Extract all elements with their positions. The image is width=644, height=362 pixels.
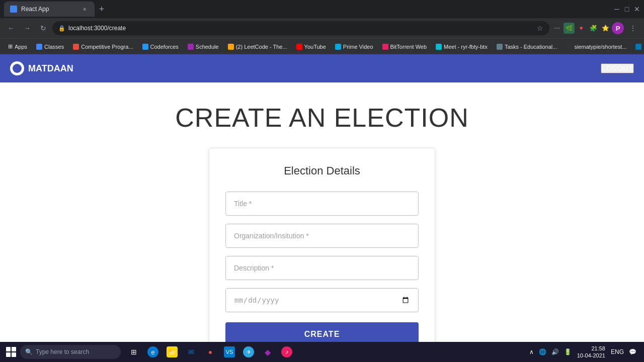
explorer-app[interactable]: 📁 [163,343,181,361]
brand-name: MATDAAN [28,63,73,74]
window-controls: ─ □ ✕ [614,6,640,12]
more-options-button[interactable]: ⋮ [626,21,640,35]
close-button[interactable]: ✕ [634,6,640,12]
app5-icon: ● [205,346,216,357]
bookmark-label: YouTube [304,44,326,50]
extensions-button[interactable]: ⋯ [551,23,562,34]
organization-input[interactable] [225,224,419,248]
organization-field-group [225,224,419,248]
bookmarks-bar: ⊞ Apps Classes Competitive Progra... Cod… [0,38,644,54]
url-text: localhost:3000/create [68,25,126,32]
bookmark-label: (2) LeetCode - The... [236,44,287,50]
search-icon: 🔍 [25,348,33,355]
bookmark-label: BitTorrent Web [390,44,427,50]
youtube-favicon [296,44,302,50]
app8[interactable]: ◆ [259,343,277,361]
tasks-favicon [497,44,503,50]
ext-icon-2[interactable]: ♥ [576,23,587,34]
ext-icon-4[interactable]: ⭐ [600,23,611,34]
bookmark-label: Apps [15,44,27,50]
edge-app[interactable]: e [144,343,162,361]
profile-icon[interactable]: P [612,22,624,34]
schedule-favicon [188,44,194,50]
bookmark-label: Tasks - Educational... [505,44,557,50]
date-field-group [225,288,419,312]
vscode-app[interactable]: VS [220,343,238,361]
app8-icon: ◆ [262,346,273,357]
page-title: CREATE AN ELECTION [0,103,644,133]
bookmark-meet[interactable]: Meet - ryr-fbty-btx [432,41,492,53]
bookmark-classes[interactable]: Classes [32,41,68,53]
bookmark-label: Competitive Progra... [81,44,133,50]
bookmark-competitive[interactable]: Competitive Progra... [69,41,137,53]
volume-icon[interactable]: 🔊 [550,348,560,355]
mail-app[interactable]: ✉ [182,343,200,361]
app5[interactable]: ● [201,343,219,361]
brand-icon-inner [13,64,22,73]
taskview-button[interactable]: ⊞ [125,343,143,361]
taskbar-search[interactable]: 🔍 Type here to search [20,345,121,359]
refresh-button[interactable]: ↻ [36,21,50,35]
search-placeholder-text: Type here to search [36,348,89,355]
vscode-icon: VS [224,346,235,357]
bittorrent-favicon [382,44,388,50]
ext-icon-1[interactable]: 🌿 [564,23,575,34]
telegram-app[interactable]: ✈ [239,343,258,361]
bookmark-codeforces[interactable]: Codeforces [138,41,183,53]
tab-favicon [10,6,17,13]
leetcode-favicon [228,44,234,50]
network-icon[interactable]: 🌐 [537,348,548,355]
competitive-favicon [73,44,79,50]
systray-up-arrow[interactable]: ∧ [528,348,535,355]
form-card-container: Election Details CREATE [0,148,644,362]
bookmark-bittorrent[interactable]: BitTorrent Web [378,41,431,53]
brand-icon [10,61,24,75]
bookmark-label: Schedule [196,44,219,50]
logout-button[interactable]: LOGOUT [601,63,634,73]
mail-icon: ✉ [186,346,197,357]
apps-icon: ⊞ [8,43,13,50]
forward-button[interactable]: → [20,21,34,35]
bookmark-apps[interactable]: ⊞ Apps [4,41,31,53]
extension-icons: ⋯ 🌿 ♥ 🧩 ⭐ P [551,22,624,34]
bookmark-star-icon[interactable]: ☆ [537,24,543,32]
address-bar[interactable]: 🔒 localhost:3000/create ☆ [52,21,549,35]
date-input[interactable] [225,288,419,312]
windows-logo-icon [6,347,16,357]
description-input[interactable] [225,256,419,280]
tab-close-button[interactable]: ✕ [80,5,89,13]
classes-favicon [36,44,42,50]
bookmark-github[interactable]: siematypie/shortest... [562,41,630,53]
system-time: 21:58 [577,345,605,352]
bookmark-tasks[interactable]: Tasks - Educational... [493,41,561,53]
minimize-button[interactable]: ─ [614,6,620,12]
form-card-title: Election Details [225,164,419,177]
lock-icon: 🔒 [58,25,65,32]
app-navbar: MATDAAN LOGOUT [0,54,644,82]
start-button[interactable] [2,343,20,361]
new-tab-button[interactable]: + [95,2,109,16]
taskview-icon: ⊞ [128,346,139,357]
maximize-button[interactable]: □ [624,6,630,12]
app9[interactable]: ♪ [278,343,296,361]
bookmark-linkedin[interactable]: LinkedIn [631,41,644,53]
bookmark-prime[interactable]: Prime Video [331,41,377,53]
system-clock[interactable]: 21:58 10-04-2021 [575,345,607,359]
prime-favicon [335,44,341,50]
language-indicator[interactable]: ENG [609,348,625,355]
back-button[interactable]: ← [4,21,18,35]
browser-tab[interactable]: React App ✕ [4,2,95,17]
bookmark-label: Classes [44,44,64,50]
bookmark-schedule[interactable]: Schedule [184,41,223,53]
ext-icon-3[interactable]: 🧩 [588,23,599,34]
battery-icon[interactable]: 🔋 [562,348,573,355]
notification-icon[interactable]: 💬 [627,348,638,355]
bookmark-leetcode[interactable]: (2) LeetCode - The... [224,41,291,53]
bookmark-label: siematypie/shortest... [574,44,626,50]
bookmark-youtube[interactable]: YouTube [292,41,330,53]
page-title-section: CREATE AN ELECTION [0,82,644,148]
taskbar-apps: ⊞ e 📁 ✉ ● VS ✈ ◆ ♪ [125,343,296,361]
meet-favicon [436,44,442,50]
title-input[interactable] [225,192,419,216]
title-field-group [225,192,419,216]
